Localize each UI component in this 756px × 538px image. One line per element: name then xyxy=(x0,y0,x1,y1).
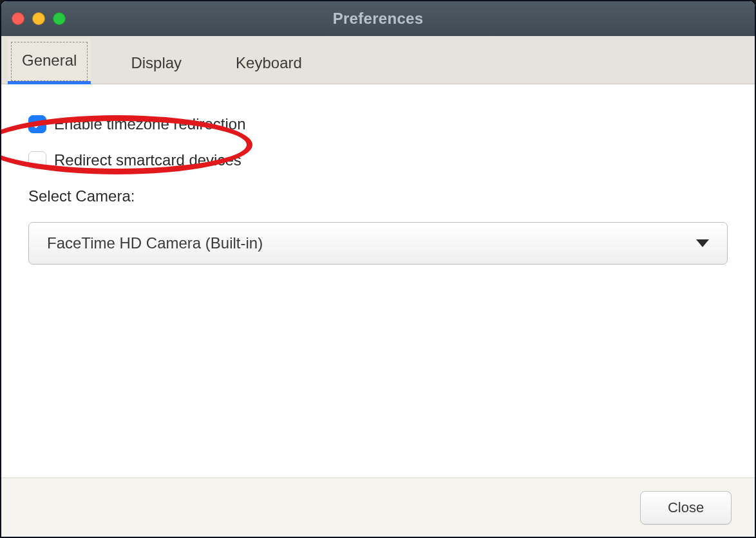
tab-label: Display xyxy=(131,54,182,71)
tab-display[interactable]: Display xyxy=(117,41,196,84)
titlebar: Preferences xyxy=(1,1,755,36)
tab-label: General xyxy=(22,51,77,69)
chevron-down-icon xyxy=(696,239,709,247)
window-zoom-button[interactable] xyxy=(53,12,66,25)
tab-keyboard[interactable]: Keyboard xyxy=(222,41,316,84)
window-close-button[interactable] xyxy=(12,12,24,25)
enable-timezone-row: Enable timezone redirection xyxy=(28,115,728,133)
general-panel: Enable timezone redirection Redirect sma… xyxy=(1,84,755,478)
tab-general[interactable]: General xyxy=(8,39,91,84)
checkmark-icon xyxy=(32,118,43,130)
redirect-smartcard-row: Redirect smartcard devices xyxy=(28,151,728,169)
window-minimize-button[interactable] xyxy=(32,12,45,25)
redirect-smartcard-checkbox[interactable] xyxy=(28,151,46,169)
dialog-footer: Close xyxy=(1,478,755,537)
close-button[interactable]: Close xyxy=(640,491,732,524)
tab-label: Keyboard xyxy=(236,54,302,71)
select-camera-label: Select Camera: xyxy=(28,187,728,205)
tab-bar: General Display Keyboard xyxy=(1,36,755,84)
camera-dropdown-value: FaceTime HD Camera (Built-in) xyxy=(47,234,263,252)
redirect-smartcard-label[interactable]: Redirect smartcard devices xyxy=(54,151,241,169)
enable-timezone-label[interactable]: Enable timezone redirection xyxy=(54,115,246,133)
window-controls xyxy=(12,12,66,25)
preferences-window: Preferences General Display Keyboard Ena… xyxy=(0,0,756,538)
camera-dropdown[interactable]: FaceTime HD Camera (Built-in) xyxy=(28,222,728,264)
enable-timezone-checkbox[interactable] xyxy=(28,115,46,133)
window-title: Preferences xyxy=(1,10,755,28)
close-button-label: Close xyxy=(668,499,704,516)
